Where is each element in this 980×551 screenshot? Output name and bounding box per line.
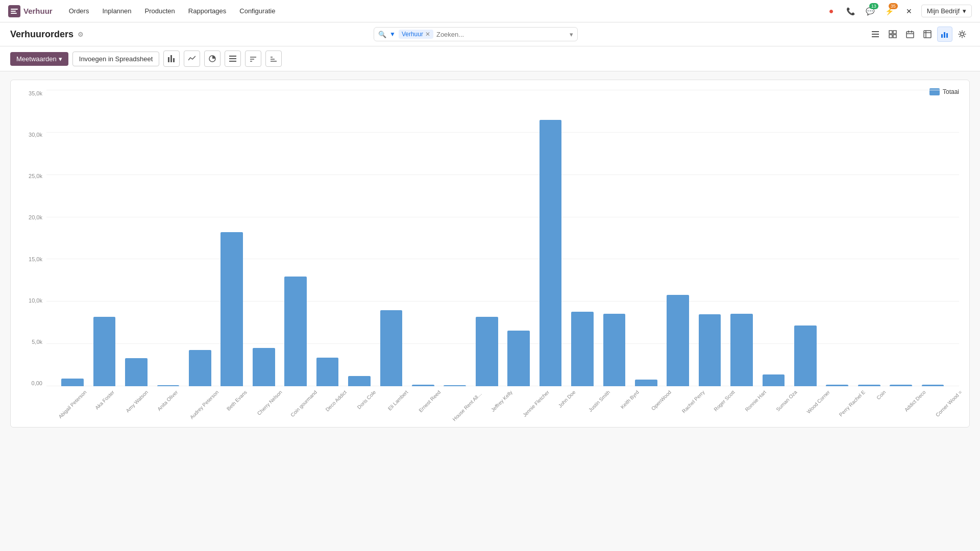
view-settings[interactable] (954, 27, 970, 42)
bar-group[interactable] (311, 90, 343, 386)
bar-group[interactable] (853, 90, 885, 386)
bar-chart-type-btn[interactable] (163, 51, 180, 67)
xaxis-label-container: Deco Addict (314, 389, 346, 395)
chart-plot (46, 90, 959, 386)
bar[interactable] (730, 314, 753, 387)
xaxis-label-container: Abigail Peterson (46, 389, 84, 395)
bar-group[interactable] (248, 90, 280, 386)
bar[interactable] (763, 374, 785, 386)
list-type-btn[interactable] (225, 51, 241, 67)
bar-group[interactable] (821, 90, 853, 386)
menu-rapportages[interactable]: Rapportages (182, 5, 232, 17)
xaxis-label-container: House Rent Allowance Register (439, 389, 480, 395)
svg-point-18 (961, 33, 964, 36)
xaxis-label: Addict Deco (903, 389, 926, 413)
xaxis-label: Roger Scott (713, 389, 736, 412)
settings-icon[interactable]: ⚙ (78, 31, 84, 38)
activity-icon[interactable]: ⚡35 (883, 4, 897, 18)
yaxis-label-0: 0,00 (32, 380, 42, 386)
meetwaarden-button[interactable]: Meetwaarden ▾ (10, 52, 68, 66)
bar[interactable] (125, 358, 148, 386)
view-calendar[interactable] (902, 27, 918, 42)
bar-group[interactable] (630, 90, 662, 386)
menu-orders[interactable]: Orders (63, 5, 95, 17)
line-chart-type-btn[interactable] (184, 51, 200, 67)
bar-group[interactable] (790, 90, 821, 386)
search-dropdown-icon[interactable]: ▾ (570, 31, 573, 38)
bar[interactable] (189, 350, 211, 386)
bar-group[interactable] (471, 90, 502, 386)
bar-group[interactable] (120, 90, 152, 386)
xaxis-label: Perry Rachel E (838, 389, 866, 417)
bar-group[interactable] (567, 90, 598, 386)
xaxis-label-container: Jeffrey Kelly (480, 389, 511, 395)
view-list[interactable] (868, 27, 883, 42)
company-button[interactable]: Mijn Bedrijf ▾ (921, 5, 972, 17)
xaxis-label-container: Addict Deco (893, 389, 924, 395)
yaxis-label-2: 10,0k (29, 297, 42, 304)
search-filter-tag[interactable]: Verhuur ✕ (399, 30, 433, 39)
bar-group[interactable] (280, 90, 311, 386)
menu-configuratie[interactable]: Configuratie (233, 5, 281, 17)
bar[interactable] (603, 314, 626, 387)
app-logo[interactable]: Verhuur (8, 5, 53, 17)
bar-group[interactable] (598, 90, 630, 386)
pie-chart-type-btn[interactable] (204, 51, 220, 67)
bar[interactable] (571, 312, 594, 386)
bar[interactable] (507, 331, 530, 386)
bar-group[interactable] (534, 90, 566, 386)
yaxis-label-4: 20,0k (29, 214, 42, 220)
menu-producten[interactable]: Producten (139, 5, 181, 17)
bar-group[interactable] (917, 90, 948, 386)
close-icon[interactable]: ✕ (902, 4, 916, 18)
bar-group[interactable] (88, 90, 120, 386)
invoegen-button[interactable]: Invoegen in Spreadsheet (72, 52, 160, 66)
xaxis-label-container: Doris Cole (346, 389, 377, 395)
bar[interactable] (794, 325, 817, 386)
svg-rect-3 (872, 36, 879, 37)
sort-asc-btn[interactable] (245, 51, 261, 67)
bar[interactable] (667, 295, 689, 386)
bar-group[interactable] (694, 90, 725, 386)
xaxis-label: Doris Cole (356, 389, 377, 410)
bar-group[interactable] (439, 90, 471, 386)
bar-group[interactable] (216, 90, 248, 386)
view-table[interactable] (885, 27, 900, 42)
phone-icon[interactable]: 📞 (844, 4, 858, 18)
bar-group[interactable] (726, 90, 757, 386)
sort-desc-btn[interactable] (265, 51, 282, 67)
chat-icon[interactable]: 💬13 (863, 4, 877, 18)
bar[interactable] (253, 348, 275, 386)
bar[interactable] (220, 232, 243, 386)
bar-group[interactable] (503, 90, 534, 386)
xaxis-label-container: Amy Watson (115, 389, 146, 395)
bar[interactable] (348, 376, 371, 386)
svg-rect-6 (889, 35, 892, 38)
bar-group[interactable] (57, 90, 88, 386)
search-input[interactable] (436, 31, 567, 38)
bar[interactable] (61, 379, 84, 386)
menu-inplannen[interactable]: Inplannen (96, 5, 137, 17)
bar[interactable] (635, 380, 657, 386)
bar[interactable] (699, 314, 721, 386)
filter-close-icon[interactable]: ✕ (425, 31, 430, 38)
bar[interactable] (284, 277, 307, 386)
bar[interactable] (316, 358, 339, 386)
bar[interactable] (380, 310, 403, 386)
bar[interactable] (540, 120, 562, 386)
xaxis-label: Keith Byrd (620, 389, 640, 410)
filter-icon: ▼ (389, 31, 396, 38)
bar-group[interactable] (757, 90, 789, 386)
view-pivot[interactable] (920, 27, 935, 42)
bar[interactable] (93, 317, 116, 386)
bar-group[interactable] (375, 90, 407, 386)
view-bar-chart[interactable] (937, 27, 952, 42)
bar-group[interactable] (152, 90, 184, 386)
bar-group[interactable] (407, 90, 439, 386)
bar-group[interactable] (344, 90, 375, 386)
bar-group[interactable] (184, 90, 216, 386)
bar-group[interactable] (885, 90, 917, 386)
bar-group[interactable] (662, 90, 694, 386)
bar[interactable] (476, 317, 498, 386)
status-icon[interactable]: ● (824, 4, 839, 18)
